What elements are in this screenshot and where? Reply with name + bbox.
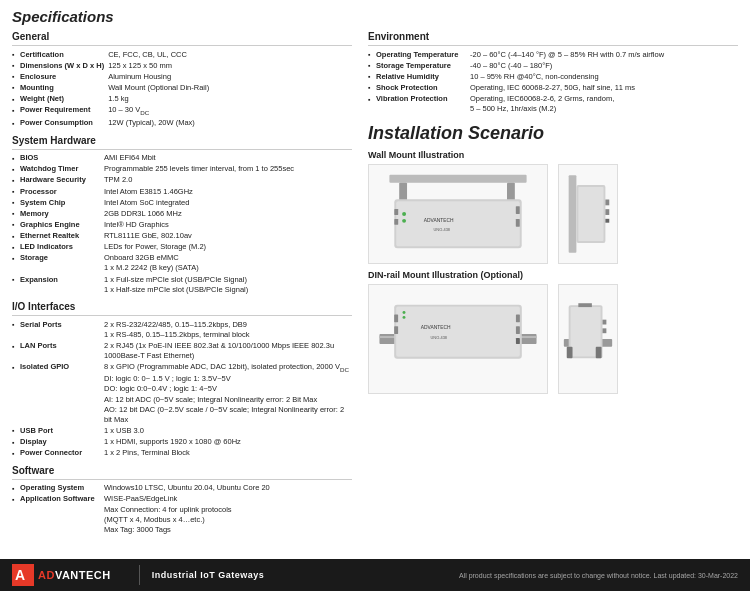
spec-value: 1 x USB 3.0 bbox=[102, 425, 352, 436]
din-rail-title: DIN-rail Mount Illustration (Optional) bbox=[368, 270, 738, 280]
svg-rect-16 bbox=[605, 199, 609, 205]
table-row: CertificationCE, FCC, CB, UL, CCC bbox=[12, 49, 352, 60]
spec-label: Storage bbox=[12, 253, 102, 274]
table-row: USB Port1 x USB 3.0 bbox=[12, 425, 352, 436]
svg-rect-38 bbox=[596, 346, 602, 358]
spec-value: Intel® HD Graphics bbox=[102, 219, 352, 230]
spec-label: USB Port bbox=[12, 425, 102, 436]
spec-value: CE, FCC, CB, UL, CCC bbox=[106, 49, 352, 60]
spec-value: Programmable 255 levels timer interval, … bbox=[102, 164, 352, 175]
table-row: Vibration ProtectionOperating, IEC60068-… bbox=[368, 94, 738, 115]
spec-value: TPM 2.0 bbox=[102, 175, 352, 186]
table-row: Weight (Net)1.5 kg bbox=[12, 94, 352, 105]
spec-label: Hardware Security bbox=[12, 175, 102, 186]
table-row: ProcessorIntel Atom E3815 1.46GHz bbox=[12, 186, 352, 197]
page-wrapper: Specifications General CertificationCE, … bbox=[0, 0, 750, 591]
footer: A ADVANTECH Industrial IoT Gateways All … bbox=[0, 559, 750, 591]
wall-mount-illustration-row: ADVANTECH UNO-438 bbox=[368, 164, 738, 264]
spec-value: -40 – 80°C (-40 – 180°F) bbox=[468, 60, 738, 71]
svg-rect-4 bbox=[396, 201, 519, 246]
spec-label: Display bbox=[12, 437, 102, 448]
svg-rect-31 bbox=[516, 338, 520, 344]
svg-rect-27 bbox=[394, 314, 398, 322]
spec-label: BIOS bbox=[12, 153, 102, 164]
din-rail-svg: ADVANTECH UNO-438 bbox=[368, 284, 548, 394]
table-row: EnclosureAluminum Housing bbox=[12, 71, 352, 82]
table-row: Graphics EngineIntel® HD Graphics bbox=[12, 219, 352, 230]
table-row: Storage Temperature-40 – 80°C (-40 – 180… bbox=[368, 60, 738, 71]
svg-rect-0 bbox=[389, 175, 526, 183]
section-title-environment: Environment bbox=[368, 31, 738, 42]
footer-logo: A ADVANTECH bbox=[12, 564, 111, 586]
wall-mount-svg: ADVANTECH UNO-438 bbox=[368, 164, 548, 264]
svg-rect-40 bbox=[603, 319, 607, 324]
table-row: Ethernet RealtekRTL8111E GbE, 802.10av bbox=[12, 231, 352, 242]
spec-label: Memory bbox=[12, 208, 102, 219]
wall-mount-title: Wall Mount Illustration bbox=[368, 150, 738, 160]
svg-point-33 bbox=[403, 316, 406, 319]
table-row: Operating SystemWindows10 LTSC, Ubuntu 2… bbox=[12, 483, 352, 494]
spec-value: Intel Atom SoC integrated bbox=[102, 197, 352, 208]
svg-point-8 bbox=[402, 219, 406, 223]
spec-value: RTL8111E GbE, 802.10av bbox=[102, 231, 352, 242]
spec-value: 10 – 30 VDC bbox=[106, 105, 352, 118]
svg-rect-29 bbox=[516, 314, 520, 322]
spec-value: 1 x Full-size mPCIe slot (USB/PCIe Signa… bbox=[102, 274, 352, 295]
page-title: Specifications bbox=[12, 8, 738, 25]
spec-value: 1 x HDMI, supports 1920 x 1080 @ 60Hz bbox=[102, 437, 352, 448]
section-divider bbox=[12, 479, 352, 480]
spec-label: Vibration Protection bbox=[368, 94, 468, 115]
svg-text:UNO-438: UNO-438 bbox=[434, 226, 451, 231]
io-table: Serial Ports2 x RS-232/422/485, 0.15–115… bbox=[12, 319, 352, 458]
spec-label: Power Connector bbox=[12, 448, 102, 459]
table-row: Hardware SecurityTPM 2.0 bbox=[12, 175, 352, 186]
spec-value: 12W (Typical), 20W (Max) bbox=[106, 118, 352, 129]
table-row: Memory2GB DDR3L 1066 MHz bbox=[12, 208, 352, 219]
table-row: Application SoftwareWISE-PaaS/EdgeLinkMa… bbox=[12, 494, 352, 536]
footer-note: All product specifications are subject t… bbox=[459, 572, 654, 579]
hardware-table: BIOSAMI EFI64 Mbit Watchdog TimerProgram… bbox=[12, 153, 352, 296]
spec-value: Wall Mount (Optional Din-Rail) bbox=[106, 82, 352, 93]
main-content: General CertificationCE, FCC, CB, UL, CC… bbox=[12, 31, 738, 537]
spec-label: Storage Temperature bbox=[368, 60, 468, 71]
spec-label: Dimensions (W x D x H) bbox=[12, 60, 106, 71]
spec-label: Mounting bbox=[12, 82, 106, 93]
spec-label: Expansion bbox=[12, 274, 102, 295]
table-row: LED IndicatorsLEDs for Power, Storage (M… bbox=[12, 242, 352, 253]
left-column: General CertificationCE, FCC, CB, UL, CC… bbox=[12, 31, 352, 537]
spec-label: Operating Temperature bbox=[368, 49, 468, 60]
section-divider bbox=[12, 45, 352, 46]
table-row: Operating Temperature-20 – 60°C (-4–140 … bbox=[368, 49, 738, 60]
svg-rect-30 bbox=[516, 326, 520, 334]
general-table: CertificationCE, FCC, CB, UL, CCC Dimens… bbox=[12, 49, 352, 129]
spec-label: Processor bbox=[12, 186, 102, 197]
svg-rect-17 bbox=[605, 209, 609, 215]
svg-rect-10 bbox=[394, 219, 398, 225]
spec-value: Operating, IEC 60068-2-27, 50G, half sin… bbox=[468, 82, 738, 93]
table-row: System ChipIntel Atom SoC integrated bbox=[12, 197, 352, 208]
spec-value: 8 x GPIO (Programmable ADC, DAC 12bit), … bbox=[102, 362, 352, 426]
spec-label: Relative Humidity bbox=[368, 71, 468, 82]
section-title-general: General bbox=[12, 31, 352, 42]
table-row: StorageOnboard 32GB eMMC1 x M.2 2242 (B … bbox=[12, 253, 352, 274]
svg-rect-15 bbox=[578, 187, 603, 241]
svg-text:UNO-438: UNO-438 bbox=[431, 335, 448, 340]
section-divider bbox=[12, 315, 352, 316]
table-row: BIOSAMI EFI64 Mbit bbox=[12, 153, 352, 164]
spec-value: 125 x 125 x 50 mm bbox=[106, 60, 352, 71]
table-row: Isolated GPIO8 x GPIO (Programmable ADC,… bbox=[12, 362, 352, 426]
wall-mount-side-svg bbox=[558, 164, 618, 264]
spec-value: 2 x RJ45 (1x PoE-IN IEEE 802.3at & 10/10… bbox=[102, 341, 352, 362]
table-row: Relative Humidity10 – 95% RH @40°C, non-… bbox=[368, 71, 738, 82]
footer-logo-text: ADVANTECH bbox=[38, 569, 111, 581]
footer-tagline: Industrial IoT Gateways bbox=[152, 570, 265, 580]
logo-adv: AD bbox=[38, 569, 55, 581]
spec-value: -20 – 60°C (-4–140 °F) @ 5 – 85% RH with… bbox=[468, 49, 738, 60]
footer-updated: Last updated: 30-Mar-2022 bbox=[654, 572, 738, 579]
spec-label: Certification bbox=[12, 49, 106, 60]
right-column: Environment Operating Temperature-20 – 6… bbox=[368, 31, 738, 537]
svg-text:A: A bbox=[15, 567, 25, 583]
svg-point-32 bbox=[403, 311, 406, 314]
svg-rect-37 bbox=[567, 346, 573, 358]
spec-value: 2GB DDR3L 1066 MHz bbox=[102, 208, 352, 219]
